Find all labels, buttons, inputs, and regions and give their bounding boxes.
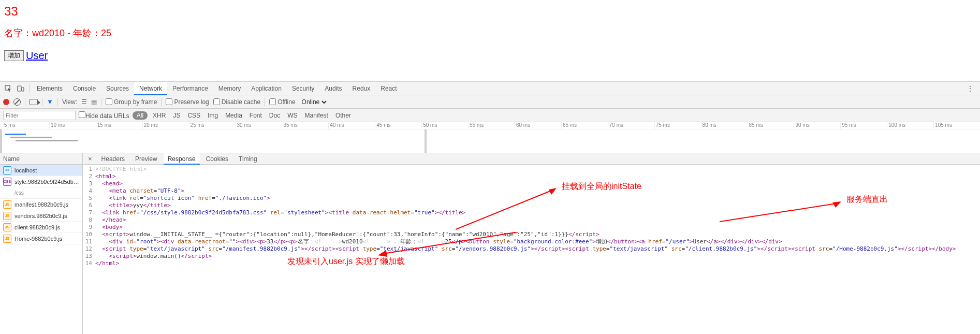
css-file-icon: CSS — [3, 178, 11, 186]
filter-type-other[interactable]: Other — [333, 112, 353, 119]
devtools-tab-bar: ElementsConsoleSourcesNetworkPerformance… — [0, 82, 980, 95]
detail-tab-headers[interactable]: Headers — [97, 153, 129, 165]
filter-type-js[interactable]: JS — [171, 112, 182, 119]
html-file-icon: <> — [3, 166, 11, 175]
tab-network[interactable]: Network — [134, 82, 167, 95]
network-toolbar: ▼ View: ☰ ▤ Group by frame Preserve log … — [0, 95, 980, 109]
page-content: 33 名字：wd2010 - 年龄：25 增加 User — [0, 0, 980, 66]
view-label: View: — [62, 98, 77, 106]
tab-performance[interactable]: Performance — [167, 82, 213, 95]
response-source[interactable]: 1234567891011121314 <!DOCTYPE html> <htm… — [83, 165, 980, 334]
count-heading: 33 — [4, 4, 976, 19]
filter-type-ws[interactable]: WS — [285, 112, 299, 119]
info-line: 名字：wd2010 - 年龄：25 — [4, 27, 976, 39]
tab-sources[interactable]: Sources — [101, 82, 134, 95]
filter-type-css[interactable]: CSS — [185, 112, 202, 119]
request-row[interactable]: JSvendors.9882b0c9.js — [0, 210, 82, 222]
clear-button[interactable] — [13, 98, 21, 106]
request-row[interactable]: CSSstyle.9882b0c9f24d5dbfa7... — [0, 176, 82, 187]
timeline-handle-left[interactable] — [0, 129, 2, 153]
filter-input[interactable] — [3, 111, 76, 120]
devtools-panel: ElementsConsoleSourcesNetworkPerformance… — [0, 81, 980, 334]
js-file-icon: JS — [3, 235, 11, 243]
svg-rect-1 — [18, 86, 21, 91]
network-filter-bar: Hide data URLs AllXHRJSCSSImgMediaFontDo… — [0, 109, 980, 122]
filter-type-font[interactable]: Font — [247, 112, 264, 119]
throttling-select[interactable]: Online — [300, 98, 328, 106]
filter-type-xhr[interactable]: XHR — [151, 112, 168, 119]
filter-type-all[interactable]: All — [133, 111, 148, 120]
tab-react[interactable]: React — [375, 82, 402, 95]
filter-type-media[interactable]: Media — [223, 112, 244, 119]
disable-cache-checkbox[interactable]: Disable cache — [213, 98, 260, 106]
request-row[interactable]: JSHome-9882b0c9.js — [0, 233, 82, 244]
request-row[interactable]: JSmanifest.9882b0c9.js — [0, 199, 82, 210]
large-rows-icon[interactable]: ☰ — [81, 98, 87, 106]
filter-type-manifest[interactable]: Manifest — [303, 112, 330, 119]
request-detail: × HeadersPreviewResponseCookiesTiming 12… — [83, 153, 980, 334]
group-by-frame-checkbox[interactable]: Group by frame — [106, 98, 157, 106]
detail-tab-cookies[interactable]: Cookies — [202, 153, 232, 165]
close-icon[interactable]: × — [85, 155, 95, 163]
screenshot-button[interactable] — [30, 99, 38, 105]
svg-rect-2 — [22, 88, 24, 91]
inspect-icon[interactable] — [4, 84, 12, 93]
tab-redux[interactable]: Redux — [347, 82, 376, 95]
tab-console[interactable]: Console — [68, 82, 101, 95]
detail-tabs: × HeadersPreviewResponseCookiesTiming — [83, 153, 980, 165]
waterfall-icon[interactable]: ▤ — [91, 98, 97, 106]
device-icon[interactable] — [17, 84, 25, 93]
timeline-handle-right[interactable] — [425, 129, 427, 153]
offline-checkbox[interactable]: Offline — [269, 98, 295, 106]
network-timeline[interactable]: 5 ms10 ms15 ms20 ms25 ms30 ms35 ms40 ms4… — [0, 122, 980, 153]
detail-tab-response[interactable]: Response — [164, 153, 200, 165]
tab-audits[interactable]: Audits — [319, 82, 347, 95]
js-file-icon: JS — [3, 200, 11, 209]
request-list-header: Name — [0, 153, 82, 165]
js-file-icon: JS — [3, 212, 11, 220]
preserve-log-checkbox[interactable]: Preserve log — [166, 98, 209, 106]
detail-tab-timing[interactable]: Timing — [235, 153, 261, 165]
filter-toggle-icon[interactable]: ▼ — [47, 98, 53, 106]
user-link[interactable]: User — [26, 50, 48, 62]
tab-memory[interactable]: Memory — [213, 82, 246, 95]
hide-data-urls-checkbox[interactable]: Hide data URLs — [79, 111, 129, 120]
tab-application[interactable]: Application — [246, 82, 287, 95]
tab-elements[interactable]: Elements — [32, 82, 68, 95]
add-button[interactable]: 增加 — [4, 50, 24, 61]
tab-security[interactable]: Security — [287, 82, 319, 95]
filter-type-img[interactable]: Img — [206, 112, 220, 119]
record-button[interactable] — [3, 99, 9, 105]
detail-tab-preview[interactable]: Preview — [131, 153, 162, 165]
request-row[interactable]: JSclient.9882b0c9.js — [0, 222, 82, 233]
js-file-icon: JS — [3, 223, 11, 231]
filter-type-doc[interactable]: Doc — [267, 112, 282, 119]
request-list: Name <>localhostCSSstyle.9882b0c9f24d5db… — [0, 153, 83, 334]
more-icon[interactable]: ⋮ — [962, 84, 978, 93]
request-row[interactable]: <>localhost — [0, 165, 82, 176]
